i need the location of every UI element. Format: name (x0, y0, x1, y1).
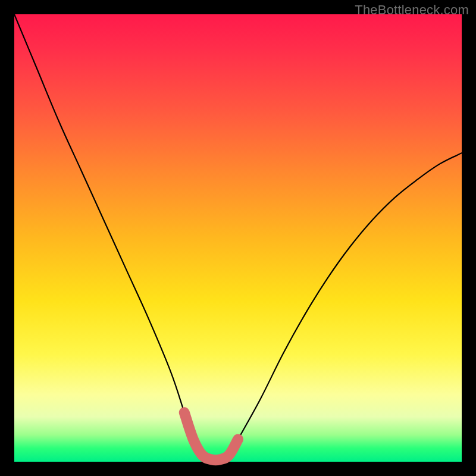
valley-highlight (184, 412, 238, 460)
bottleneck-curve (14, 14, 462, 460)
watermark-text: TheBottleneck.com (355, 2, 469, 18)
bottleneck-plot (14, 14, 462, 462)
chart-area (14, 14, 462, 462)
